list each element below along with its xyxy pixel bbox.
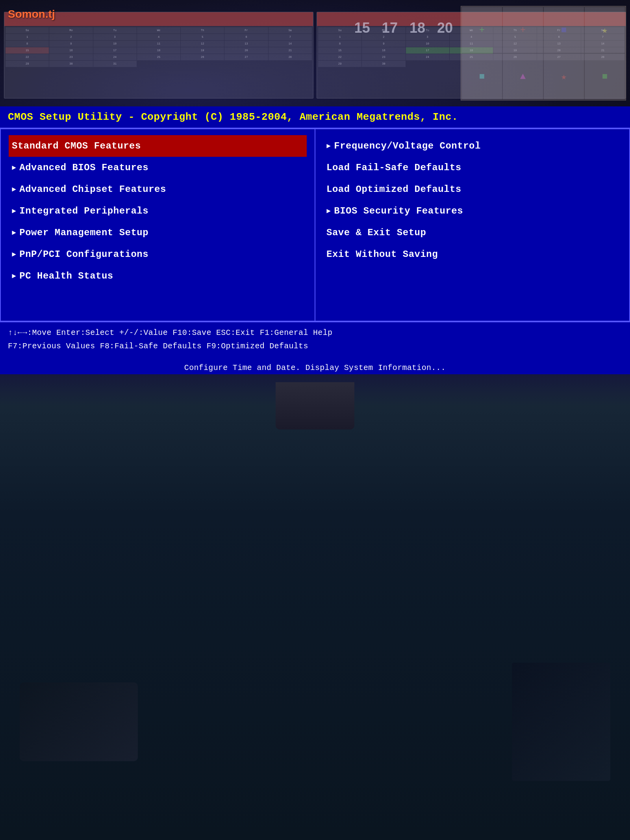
bios-help-line1: ↑↓←→:Move Enter:Select +/-/:Value F10:Sa… — [8, 326, 622, 340]
arrow-icon: ► — [12, 164, 16, 172]
right-poster: + + ■ ★ ■ ▲ ★ ■ — [461, 6, 626, 100]
menu-item-standard-cmos-label: Standard CMOS Features — [12, 141, 141, 151]
site-watermark: Somon.tj — [8, 8, 55, 20]
menu-item-advanced-bios-label: Advanced BIOS Features — [19, 162, 148, 173]
menu-item-freq-voltage-label: Frequency/Voltage Control — [334, 141, 481, 151]
menu-item-pnp-pci[interactable]: ► PnP/PCI Configurations — [9, 243, 307, 265]
watermark-tld: tj — [48, 8, 55, 20]
menu-item-save-exit-label: Save & Exit Setup — [326, 227, 426, 238]
arrow-icon: ► — [326, 207, 331, 215]
monitor-stand — [276, 382, 354, 429]
bios-status-bar: Configure Time and Date. Display System … — [0, 357, 630, 374]
bios-title: CMOS Setup Utility - Copyright (C) 1985-… — [0, 106, 630, 128]
cal-number-17: 17 — [382, 20, 398, 36]
watermark-text: Somon — [8, 8, 45, 20]
monitor-area: CMOS Setup Utility - Copyright (C) 1985-… — [0, 106, 630, 390]
menu-item-pnp-pci-label: PnP/PCI Configurations — [19, 249, 148, 260]
menu-item-load-optimized-label: Load Optimized Defaults — [326, 184, 461, 195]
menu-item-integrated-peripherals[interactable]: ► Integrated Peripherals — [9, 200, 307, 222]
desk-area — [0, 374, 630, 840]
cal-number-18: 18 — [410, 20, 425, 36]
bios-content: Standard CMOS Features ► Advanced BIOS F… — [0, 128, 630, 322]
bios-left-menu: Standard CMOS Features ► Advanced BIOS F… — [1, 129, 315, 321]
menu-item-exit-nosave-label: Exit Without Saving — [326, 249, 438, 260]
menu-item-exit-nosave[interactable]: Exit Without Saving — [323, 243, 621, 265]
cal-number-20: 20 — [437, 20, 453, 36]
menu-item-save-exit[interactable]: Save & Exit Setup — [323, 222, 621, 243]
bios-screen: CMOS Setup Utility - Copyright (C) 1985-… — [0, 106, 630, 374]
bios-right-menu: ► Frequency/Voltage Control Load Fail-Sa… — [315, 129, 629, 321]
menu-item-power-management[interactable]: ► Power Management Setup — [9, 222, 307, 243]
menu-item-pc-health-label: PC Health Status — [19, 271, 113, 281]
arrow-icon: ► — [12, 186, 16, 193]
bios-help-line2: F7:Previous Values F8:Fail-Safe Defaults… — [8, 340, 622, 353]
arrow-icon: ► — [326, 142, 331, 150]
bios-help-bar: ↑↓←→:Move Enter:Select +/-/:Value F10:Sa… — [0, 322, 630, 357]
desk-object-left — [20, 682, 138, 761]
arrow-icon: ► — [12, 207, 16, 215]
menu-item-pc-health[interactable]: ► PC Health Status — [9, 265, 307, 287]
menu-item-bios-security[interactable]: ► BIOS Security Features — [323, 200, 621, 222]
calendar-1: SuMoTu WeThFr Sa 123 456 7 8910 111213 1… — [4, 12, 313, 98]
menu-item-load-optimized[interactable]: Load Optimized Defaults — [323, 178, 621, 200]
menu-item-freq-voltage[interactable]: ► Frequency/Voltage Control — [323, 135, 621, 157]
menu-item-integrated-peripherals-label: Integrated Peripherals — [19, 206, 148, 216]
cal-number-15: 15 — [354, 20, 370, 36]
menu-item-power-management-label: Power Management Setup — [19, 227, 148, 238]
menu-item-bios-security-label: BIOS Security Features — [334, 206, 463, 216]
watermark-dot: . — [45, 8, 48, 20]
menu-item-advanced-chipset-label: Advanced Chipset Features — [19, 184, 166, 195]
arrow-icon: ► — [12, 229, 16, 237]
menu-item-advanced-bios[interactable]: ► Advanced BIOS Features — [9, 157, 307, 178]
bios-status-line1: Configure Time and Date. Display System … — [8, 361, 622, 374]
desk-object-right — [512, 663, 610, 781]
menu-item-load-failsafe[interactable]: Load Fail-Safe Defaults — [323, 157, 621, 178]
arrow-icon: ► — [12, 251, 16, 258]
arrow-icon: ► — [12, 272, 16, 280]
menu-item-standard-cmos[interactable]: Standard CMOS Features — [9, 135, 307, 157]
menu-item-advanced-chipset[interactable]: ► Advanced Chipset Features — [9, 178, 307, 200]
menu-item-load-failsafe-label: Load Fail-Safe Defaults — [326, 162, 461, 173]
